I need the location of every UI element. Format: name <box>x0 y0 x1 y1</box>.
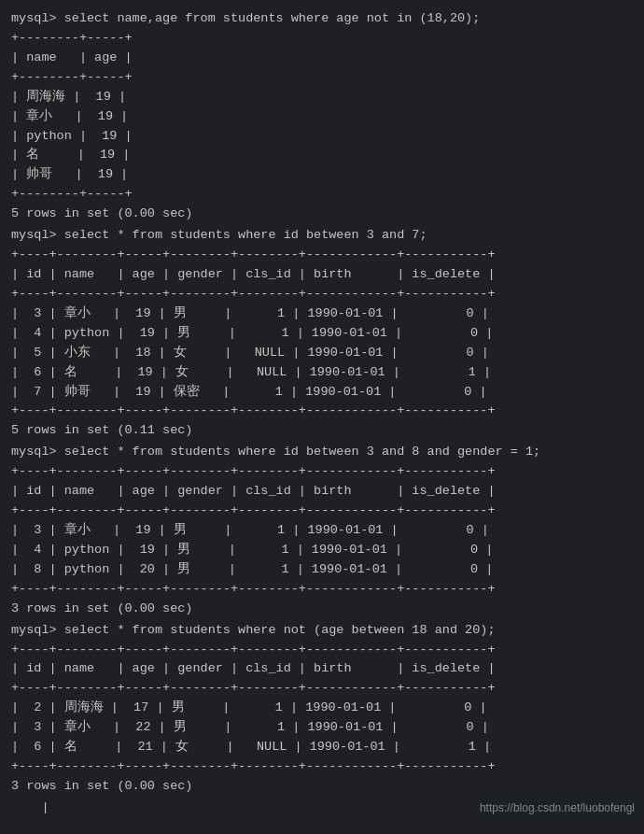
terminal-line: | 4 | python | 19 | 男 | 1 | 1990-01-01 |… <box>11 541 633 560</box>
terminal-line: +--------+-----+ <box>11 68 633 88</box>
terminal-line: | 8 | python | 20 | 男 | 1 | 1990-01-01 |… <box>11 560 633 580</box>
terminal-line: | 名 | 19 | <box>11 146 633 165</box>
sql-block-block2: mysql> select * from students where id b… <box>11 226 633 441</box>
terminal-line: +----+--------+-----+--------+--------+-… <box>11 402 633 421</box>
sql-block-block1: mysql> select name,age from students whe… <box>11 9 633 224</box>
terminal-line: | python | 19 | <box>11 127 633 147</box>
terminal-line: | id | name | age | gender | cls_id | bi… <box>11 265 633 285</box>
terminal-line: +----+--------+-----+--------+--------+-… <box>11 246 633 265</box>
terminal-line: mysql> select * from students where id b… <box>11 443 633 462</box>
terminal-line: | 3 | 章小 | 19 | 男 | 1 | 1990-01-01 | 0 | <box>11 304 633 324</box>
terminal-line: +--------+-----+ <box>11 29 633 49</box>
terminal-line: | 周海海 | 19 | <box>11 88 633 107</box>
terminal-line: mysql> select * from students where id b… <box>11 226 633 246</box>
terminal-line: +----+--------+-----+--------+--------+-… <box>11 679 633 699</box>
terminal-line: +----+--------+-----+--------+--------+-… <box>11 757 633 777</box>
terminal-line: 5 rows in set (0.11 sec) <box>11 421 633 441</box>
terminal-line: | id | name | age | gender | cls_id | bi… <box>11 482 633 502</box>
terminal-line: mysql> select * from students where not … <box>11 621 633 641</box>
terminal-line: | 4 | python | 19 | 男 | 1 | 1990-01-01 |… <box>11 324 633 344</box>
terminal-line: | 7 | 帅哥 | 19 | 保密 | 1 | 1990-01-01 | 0 … <box>11 383 633 403</box>
sql-block-block3: mysql> select * from students where id b… <box>11 443 633 618</box>
terminal-line: +----+--------+-----+--------+--------+-… <box>11 285 633 304</box>
terminal-line: | 6 | 名 | 19 | 女 | NULL | 1990-01-01 | 1… <box>11 363 633 383</box>
terminal-line: 3 rows in set (0.00 sec) <box>11 600 633 619</box>
sql-block-block4: mysql> select * from students where not … <box>11 621 633 797</box>
terminal-line: | 章小 | 19 | <box>11 107 633 127</box>
watermark: https://blog.csdn.net/luobofengl <box>480 799 635 817</box>
terminal: mysql> select name,age from students whe… <box>11 9 633 818</box>
terminal-line: +----+--------+-----+--------+--------+-… <box>11 502 633 521</box>
terminal-line: | name | age | <box>11 49 633 68</box>
terminal-line: 3 rows in set (0.00 sec) <box>11 777 633 797</box>
terminal-line: | 3 | 章小 | 22 | 男 | 1 | 1990-01-01 | 0 | <box>11 718 633 738</box>
terminal-line: +--------+-----+ <box>11 185 633 205</box>
terminal-line: +----+--------+-----+--------+--------+-… <box>11 580 633 600</box>
terminal-line: mysql> select name,age from students whe… <box>11 9 633 29</box>
terminal-line: | 3 | 章小 | 19 | 男 | 1 | 1990-01-01 | 0 | <box>11 521 633 541</box>
terminal-line: | id | name | age | gender | cls_id | bi… <box>11 659 633 679</box>
terminal-line: | 帅哥 | 19 | <box>11 165 633 185</box>
terminal-line: | 2 | 周海海 | 17 | 男 | 1 | 1990-01-01 | 0 … <box>11 699 633 718</box>
terminal-line: +----+--------+-----+--------+--------+-… <box>11 462 633 482</box>
terminal-line: | 6 | 名 | 21 | 女 | NULL | 1990-01-01 | 1… <box>11 738 633 757</box>
terminal-line: +----+--------+-----+--------+--------+-… <box>11 641 633 660</box>
terminal-line: 5 rows in set (0.00 sec) <box>11 205 633 224</box>
terminal-line: | 5 | 小东 | 18 | 女 | NULL | 1990-01-01 | … <box>11 344 633 363</box>
